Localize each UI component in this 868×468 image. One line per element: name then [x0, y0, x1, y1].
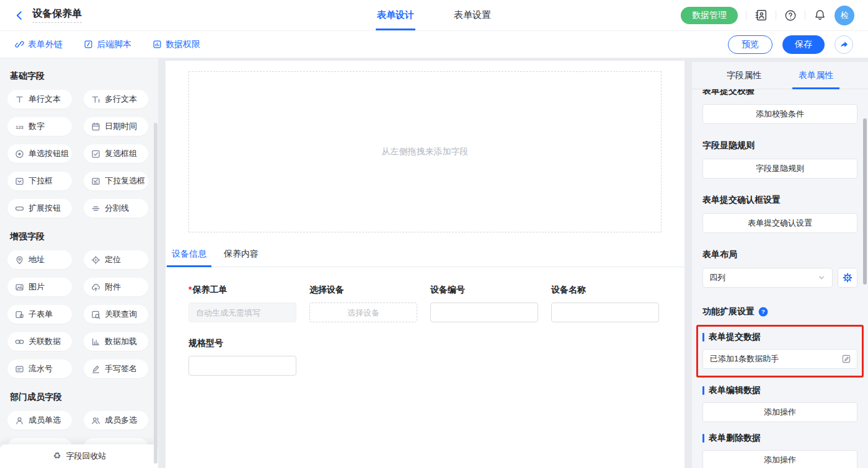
- field-item-linked-data[interactable]: 关联数据: [7, 332, 72, 351]
- backend-script-link[interactable]: 后端脚本: [84, 39, 131, 50]
- app-header: 设备保养单 表单设计 表单设置 数据管理 检: [0, 0, 868, 31]
- canvas-tabs: 设备信息 保养内容: [166, 249, 684, 267]
- feature-submit-data: 表单提交数据 已添加1条数据助手: [702, 332, 857, 369]
- field-item-image[interactable]: 图片: [7, 278, 72, 296]
- help-icon[interactable]: [784, 9, 797, 22]
- blue-bar: [702, 386, 704, 395]
- submit-confirm-button[interactable]: 表单提交确认设置: [702, 213, 857, 233]
- visibility-rules-button[interactable]: 字段显隐规则: [702, 159, 857, 179]
- form-field-maintenance-order[interactable]: *保养工单: [188, 285, 296, 322]
- form-field-select-device[interactable]: 选择设备: [309, 285, 417, 322]
- enhanced-fields-list: 地址定位图片附件子表单关联查询关联数据数据加载流水号手写签名: [7, 250, 151, 378]
- preview-button[interactable]: 预览: [728, 35, 773, 54]
- member-multi-icon: [91, 416, 100, 425]
- basic-fields-list: 单行文本多行文本123数字日期时间单选按钮组复选框组下拉框下拉复选框扩展按钮分割…: [7, 90, 151, 218]
- layout-settings-button[interactable]: [838, 268, 857, 288]
- field-item-signature[interactable]: 手写签名: [84, 360, 148, 378]
- add-validation-button[interactable]: 添加校验条件: [702, 104, 857, 124]
- contacts-icon[interactable]: [755, 9, 768, 22]
- field-item-serial[interactable]: 流水号: [7, 360, 72, 378]
- tab-maintenance-content[interactable]: 保养内容: [219, 249, 264, 267]
- divider: [746, 11, 746, 20]
- select-device-input[interactable]: [309, 302, 417, 322]
- field-item-location[interactable]: 定位: [84, 250, 148, 269]
- feature-title: 表单删除数据: [702, 433, 857, 444]
- field-item-text[interactable]: 单行文本: [7, 90, 72, 108]
- tab-form-settings[interactable]: 表单设置: [453, 0, 492, 30]
- panel-scrollbar[interactable]: [863, 118, 867, 285]
- submit-data-value-field[interactable]: 已添加1条数据助手: [702, 349, 857, 369]
- maintenance-order-input[interactable]: [188, 302, 296, 322]
- location-icon: [91, 255, 100, 265]
- layout-select[interactable]: 四列: [702, 268, 833, 288]
- edit-icon[interactable]: [841, 354, 851, 364]
- back-icon[interactable]: [14, 10, 25, 21]
- tab-form-design[interactable]: 表单设计: [376, 0, 415, 30]
- page-title[interactable]: 设备保养单: [32, 7, 82, 23]
- share-button[interactable]: [835, 35, 853, 54]
- submit-data-highlight-box: 表单提交数据 已添加1条数据助手: [696, 325, 864, 377]
- linked-query-icon: [91, 310, 100, 319]
- share-icon: [839, 40, 849, 50]
- dropzone[interactable]: 从左侧拖拽来添加字段: [188, 71, 662, 232]
- spec-model-input[interactable]: [188, 356, 296, 376]
- field-item-member-single[interactable]: 成员单选: [7, 411, 72, 430]
- field-label: 设备编号: [430, 285, 538, 296]
- form-external-link[interactable]: 表单外链: [15, 39, 63, 50]
- field-item-divider[interactable]: 分割线: [84, 199, 148, 218]
- signature-icon: [91, 364, 100, 374]
- layout-row: 四列: [702, 268, 857, 288]
- permission-icon: [153, 40, 162, 49]
- required-mark: *: [188, 285, 192, 294]
- field-item-date[interactable]: 日期时间: [84, 117, 148, 136]
- member-fields-list: 成员单选成员多选: [7, 411, 151, 430]
- field-item-radio[interactable]: 单选按钮组: [7, 144, 72, 163]
- tab-form-properties[interactable]: 表单属性: [792, 62, 839, 89]
- field-item-attachment[interactable]: 附件: [84, 278, 148, 296]
- field-item-subform[interactable]: 子表单: [7, 305, 72, 324]
- field-item-label: 分割线: [105, 203, 129, 214]
- avatar[interactable]: 检: [835, 6, 854, 25]
- field-item-multiselect[interactable]: 下拉复选框: [84, 172, 148, 190]
- field-item-select[interactable]: 下拉框: [7, 172, 72, 190]
- field-item-label: 子表单: [29, 309, 53, 320]
- device-number-input[interactable]: [430, 302, 538, 322]
- data-manage-button[interactable]: 数据管理: [681, 7, 738, 24]
- form-field-device-number[interactable]: 设备编号: [430, 285, 538, 322]
- sidebar-scrollbar[interactable]: [154, 123, 157, 464]
- canvas-fields: *保养工单 选择设备 设备编号 设备名称 规格型号: [188, 285, 662, 394]
- field-item-button[interactable]: 扩展按钮: [7, 199, 72, 218]
- section-title-form-layout: 表单布局: [702, 249, 857, 260]
- field-label: 规格型号: [188, 338, 296, 349]
- field-item-textarea[interactable]: 多行文本: [84, 90, 148, 108]
- bell-icon[interactable]: [813, 9, 826, 22]
- question-badge-icon[interactable]: ?: [758, 307, 768, 317]
- field-item-data-load[interactable]: 数据加载: [84, 332, 148, 351]
- data-load-icon: [91, 337, 100, 347]
- form-field-spec-model[interactable]: 规格型号: [188, 338, 296, 376]
- field-item-checkbox[interactable]: 复选框组: [84, 144, 148, 163]
- tab-field-properties[interactable]: 字段属性: [720, 62, 768, 89]
- field-item-member-multi[interactable]: 成员多选: [84, 411, 148, 430]
- field-item-address[interactable]: 地址: [7, 250, 72, 269]
- field-item-label: 附件: [105, 281, 121, 293]
- data-permission-link[interactable]: 数据权限: [153, 39, 200, 50]
- submit-data-value: 已添加1条数据助手: [710, 353, 779, 364]
- field-item-number[interactable]: 123数字: [7, 117, 72, 136]
- text-icon: [15, 95, 24, 104]
- feature-edit-data: 表单编辑数据 添加操作: [702, 385, 857, 422]
- gear-icon: [843, 273, 852, 283]
- tab-device-info[interactable]: 设备信息: [167, 249, 211, 267]
- edit-data-add-action-button[interactable]: 添加操作: [702, 402, 857, 422]
- save-button[interactable]: 保存: [782, 35, 825, 54]
- section-title-submit-confirm: 表单提交确认框设置: [702, 195, 857, 206]
- field-recycle-bin[interactable]: ♻ 字段回收站: [0, 444, 158, 468]
- device-name-input[interactable]: [551, 302, 659, 322]
- delete-data-add-action-button[interactable]: 添加操作: [702, 450, 857, 468]
- field-item-label: 多行文本: [105, 94, 137, 105]
- subform-icon: [15, 310, 24, 319]
- form-field-device-name[interactable]: 设备名称: [551, 285, 659, 322]
- feature-delete-data: 表单删除数据 添加操作: [702, 433, 857, 468]
- dropzone-placeholder: 从左侧拖拽来添加字段: [382, 146, 469, 157]
- field-item-linked-query[interactable]: 关联查询: [84, 305, 148, 324]
